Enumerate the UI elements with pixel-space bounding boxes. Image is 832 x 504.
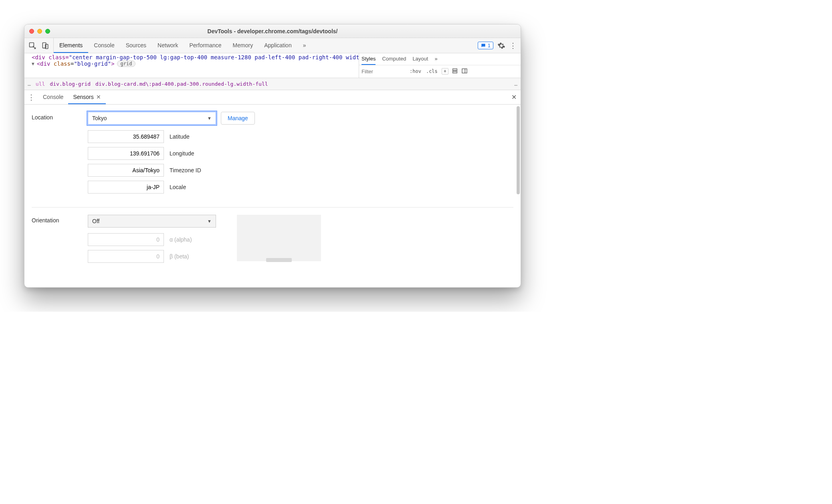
timezone-input[interactable]	[88, 164, 164, 177]
breadcrumb-ellipsis-left[interactable]: …	[28, 81, 31, 87]
chevron-down-icon: ▼	[207, 219, 212, 224]
dom-attrname: class	[54, 60, 71, 67]
location-select[interactable]: Tokyo ▼	[88, 112, 216, 125]
drawer-header: ⋮ Console Sensors ✕ ✕	[24, 90, 521, 105]
locale-label: Locale	[170, 184, 186, 190]
styles-filter-input[interactable]	[361, 69, 406, 75]
timezone-label: Timezone ID	[170, 167, 201, 173]
longitude-input[interactable]	[88, 147, 164, 160]
drawer-close-icon[interactable]: ✕	[507, 90, 521, 104]
breadcrumb-item-1[interactable]: ull	[36, 81, 45, 87]
latitude-label: Latitude	[170, 133, 190, 140]
tab-elements[interactable]: Elements	[54, 38, 88, 53]
scrollbar[interactable]	[517, 106, 520, 194]
cls-toggle[interactable]: .cls	[425, 69, 438, 74]
settings-icon[interactable]	[497, 42, 505, 50]
issues-count: 1	[488, 42, 491, 48]
orientation-select-value: Off	[92, 218, 99, 224]
svg-rect-4	[462, 69, 467, 73]
tab-application[interactable]: Application	[258, 38, 297, 53]
breadcrumb: … ull div.blog-grid div.blog-card.md\:pa…	[24, 78, 521, 90]
traffic-lights	[29, 29, 50, 34]
toggle-sidebar-icon[interactable]	[461, 68, 468, 75]
devtools-window: DevTools - developer.chrome.com/tags/dev…	[24, 24, 521, 288]
tabs-overflow[interactable]: »	[297, 38, 312, 53]
window-close-button[interactable]	[29, 29, 34, 34]
drawer-more-icon[interactable]: ⋮	[28, 94, 35, 101]
styles-tab-computed[interactable]: Computed	[382, 53, 406, 65]
tab-console[interactable]: Console	[88, 38, 120, 53]
alpha-input	[88, 233, 164, 246]
dom-attrval: blog-grid	[77, 60, 108, 67]
close-icon[interactable]: ✕	[96, 94, 101, 100]
dom-pane[interactable]: <div class="center margin-gap-top-500 lg…	[24, 53, 359, 78]
window-title: DevTools - developer.chrome.com/tags/dev…	[24, 28, 521, 34]
drawer-tab-sensors-label: Sensors	[73, 94, 93, 100]
drawer-tab-console[interactable]: Console	[38, 90, 68, 104]
sensors-panel: Location Tokyo ▼ Manage Latitude Longitu…	[24, 105, 521, 287]
drawer-tab-sensors[interactable]: Sensors ✕	[68, 90, 105, 104]
device-toolbar-icon[interactable]	[41, 42, 49, 50]
styles-tab-layout[interactable]: Layout	[412, 53, 428, 65]
titlebar: DevTools - developer.chrome.com/tags/dev…	[24, 24, 521, 38]
location-label: Location	[32, 112, 72, 198]
styles-tabs-overflow[interactable]: »	[434, 53, 437, 65]
orientation-select[interactable]: Off ▼	[88, 215, 216, 228]
grid-badge[interactable]: grid	[117, 60, 136, 67]
tab-performance[interactable]: Performance	[184, 38, 227, 53]
orientation-label: Orientation	[32, 215, 72, 267]
chevron-down-icon: ▼	[207, 116, 212, 121]
window-minimize-button[interactable]	[37, 29, 42, 34]
issues-badge[interactable]: 1	[478, 42, 493, 49]
elements-row: <div class="center margin-gap-top-500 lg…	[24, 53, 521, 78]
tab-memory[interactable]: Memory	[227, 38, 259, 53]
flex-align-icon[interactable]	[452, 68, 458, 75]
beta-input	[88, 250, 164, 263]
styles-pane: Styles Computed Layout » :hov .cls +	[359, 53, 521, 78]
window-zoom-button[interactable]	[45, 29, 50, 34]
tab-sources[interactable]: Sources	[120, 38, 152, 53]
dom-expand-caret[interactable]: ▼	[32, 61, 34, 67]
styles-tab-styles[interactable]: Styles	[361, 53, 376, 65]
inspect-element-icon[interactable]	[28, 42, 36, 50]
latitude-input[interactable]	[88, 130, 164, 143]
breadcrumb-item-2[interactable]: div.blog-grid	[50, 81, 91, 87]
location-select-value: Tokyo	[92, 115, 107, 121]
manage-button[interactable]: Manage	[221, 112, 255, 125]
alpha-label: α (alpha)	[170, 236, 192, 243]
breadcrumb-item-3[interactable]: div.blog-card.md\:pad-400.pad-300.rounde…	[95, 81, 268, 87]
beta-label: β (beta)	[170, 253, 189, 260]
orientation-preview	[237, 215, 321, 261]
tab-network[interactable]: Network	[152, 38, 184, 53]
dom-tagname: div	[40, 60, 50, 67]
new-style-rule[interactable]: +	[442, 68, 448, 75]
more-menu-icon[interactable]: ⋮	[509, 42, 517, 49]
longitude-label: Longitude	[170, 150, 194, 157]
locale-input[interactable]	[88, 181, 164, 194]
main-toolbar: Elements Console Sources Network Perform…	[24, 38, 521, 53]
breadcrumb-ellipsis-right[interactable]: …	[514, 81, 517, 87]
hov-toggle[interactable]: :hov	[409, 69, 422, 74]
